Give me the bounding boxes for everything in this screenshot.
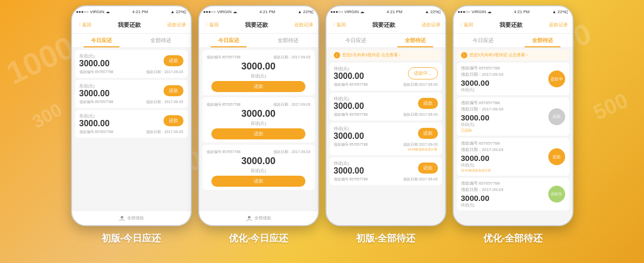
caption-2: 优化-今日应还 [198,232,319,245]
tab-all-1[interactable]: 全部待还 [131,34,191,47]
repay-button-1-2[interactable]: 还款 [163,85,183,96]
nav-title-2: 我要还款 [245,21,268,29]
screen-content-3: ! 您近5天内有3笔待还 点击查看 › 待还(元) 3000.00 还款中...… [326,48,445,225]
status-bar-2: ●●●○○ VIRGIN ☁ 4:21 PM ▲ 22%▯ [199,6,318,17]
loan-card-4-3: 借款编号 657657788 借款日期：2017-09-03 3000.00 待… [457,138,569,176]
alert-banner-4: ! 您近5天内有3笔待还 点击查看 › [457,50,569,60]
tab-all-4[interactable]: 全部待还 [513,34,573,47]
loan-card-2-2: 借款编号 657657788 借款日期：2017-09-03 3000.00 应… [202,97,315,143]
status-bar-3: ●●●○○ VIRGIN ☁ 4:21 PM ▲ 22%▯ [326,6,445,17]
repay-button-3-2[interactable]: 还款 [418,98,438,109]
loan-card-1-3: 应还(元) 3000.00 还款 借款编号 657657788 借款日期：201… [75,110,188,138]
repay-button-2-1[interactable]: 还款 [211,81,305,92]
phone-2: ●●●○○ VIRGIN ☁ 4:21 PM ▲ 22%▯ 〈 返回 我要还款 … [198,5,319,226]
loan-card-3-1: 待还(元) 3000.00 还款中... 借款编号 657657788 借款日期… [330,63,442,90]
loan-card-3-3: 待还(元) 3000.00 还款 借款编号 657657788 借款日期 201… [330,123,442,155]
loan-card-4-1: 借款编号 657657788 借款日期：2017-09-03 3000.00 待… [457,63,569,95]
loan-card-2-3: 借款编号 657657788 借款日期：2017-09-03 3000.00 应… [202,145,315,190]
nav-bar-1: 〈 返回 我要还款 还款记录 [72,17,191,34]
svg-point-1 [248,216,250,218]
phone-3: ●●●○○ VIRGIN ☁ 4:21 PM ▲ 22%▯ 〈 返回 我要还款 … [325,5,446,226]
nav-bar-3: 〈 返回 我要还款 还款记录 [326,17,445,34]
loan-card-1-1: 应还(元) 3000.00 还款 借款编号 657657788 借款日期：201… [75,50,188,78]
back-button-3[interactable]: 〈 返回 [331,22,346,28]
caption-3: 初版-全部待还 [325,232,446,245]
tab-all-3[interactable]: 全部待还 [386,34,445,47]
tab-today-2[interactable]: 今日应还 [199,34,259,47]
loan-card-3-2: 待还(元) 3000.00 还款 借款编号 657657788 借款日期 201… [330,93,442,120]
status-bar-1: ●●●○○ VIRGIN ☁ 4:21 PM ▲ 22%▯ [72,6,191,17]
loan-card-3-4: 待还(元) 3000.00 还款 借款编号 657657788 借款日期 201… [330,157,442,185]
tab-bar-2: 今日应还 全部待还 [199,34,318,48]
loan-card-1-2: 应还(元) 3000.00 还款 借款编号 657657788 借款日期：201… [75,80,188,108]
phones-container: ●●●○○ VIRGIN ☁ 4:21 PM ▲ 22%▯ 〈 返回 我要还款 … [0,0,644,229]
tab-bar-3: 今日应还 全部待还 [326,34,445,48]
phone-1: ●●●○○ VIRGIN ☁ 4:21 PM ▲ 22%▯ 〈 返回 我要还款 … [71,5,192,226]
status-bar-4: ●●●○○ VIRGIN ☁ 4:21 PM ▲ 22%▯ [454,6,573,17]
repay-button-2-2[interactable]: 还款 [211,128,305,139]
nav-title-4: 我要还款 [499,21,523,29]
tab-today-1[interactable]: 今日应还 [72,34,131,47]
repay-button-2-3[interactable]: 还款 [211,176,305,187]
loan-card-2-1: 借款编号 657657788 借款日期：2017-09-03 3000.00 应… [202,50,315,95]
person-icon-2 [246,215,252,221]
repay-button-3-4[interactable]: 还款 [418,163,438,174]
bottom-bar-1[interactable]: 全部借款 [72,210,191,225]
alert-banner-3: ! 您近5天内有3笔待还 点击查看 › [330,50,442,60]
person-icon-1 [119,215,125,221]
repay-button-1-1[interactable]: 还款 [163,55,183,66]
record-link-1[interactable]: 还款记录 [167,22,186,28]
record-link-4[interactable]: 还款记录 [549,22,568,28]
captions-container: 初版-今日应还 优化-今日应还 初版-全部待还 优化-全部待还 [0,229,644,248]
tab-all-2[interactable]: 全部待还 [259,34,318,47]
paid2-circle-4-4: 还款完 [548,186,565,203]
repaying-badge-3-1: 还款中... [408,67,438,79]
nav-bar-2: 〈 返回 我要还款 还款记录 [199,17,318,34]
alert-link-3[interactable]: 点击查看 › [381,53,401,58]
alert-link-4[interactable]: 点击查看 › [508,53,528,58]
back-button-1[interactable]: 〈 返回 [76,22,92,28]
caption-4: 优化-全部待还 [453,232,574,245]
nav-bar-4: 〈 返回 我要还款 还款记录 [454,17,573,34]
screen-content-4: ! 您近5天内有3笔待还 点击查看 › 借款编号 657657788 借款日期：… [454,48,573,225]
nav-title-3: 我要还款 [372,21,395,29]
paid-circle-4-2: 还款 [548,108,565,125]
record-link-2[interactable]: 还款记录 [294,22,313,28]
tab-today-4[interactable]: 今日应还 [454,34,513,47]
repay-button-3-3[interactable]: 还款 [418,128,438,139]
nav-title-1: 我要还款 [118,21,141,29]
repaying-circle-4-1: 还款中 [548,70,565,87]
bottom-bar-2[interactable]: 全部借款 [199,210,318,225]
back-button-2[interactable]: 〈 返回 [203,22,219,28]
svg-point-0 [120,216,123,218]
loan-card-4-2: 借款编号 657657788 借款日期：2017-09-03 3000.00 待… [457,97,569,136]
record-link-3[interactable]: 还款记录 [422,22,441,28]
screen-content-2: 借款编号 657657788 借款日期：2017-09-03 3000.00 应… [199,48,318,210]
tab-bar-1: 今日应还 全部待还 [72,34,191,48]
back-button-4[interactable]: 〈 返回 [458,22,474,28]
tab-bar-4: 今日应还 全部待还 [454,34,573,48]
screen-content-1: 应还(元) 3000.00 还款 借款编号 657657788 借款日期：201… [72,48,191,210]
caption-1: 初版-今日应还 [71,232,192,245]
phone-4: ●●●○○ VIRGIN ☁ 4:21 PM ▲ 22%▯ 〈 返回 我要还款 … [453,5,574,226]
repay-circle-4-3[interactable]: 还款 [548,148,565,165]
loan-card-4-4: 借款编号 657657788 借款日期：2017-09-03 3000.00 待… [457,178,569,210]
repay-button-1-3[interactable]: 还款 [163,115,183,126]
tab-today-3[interactable]: 今日应还 [326,34,386,47]
